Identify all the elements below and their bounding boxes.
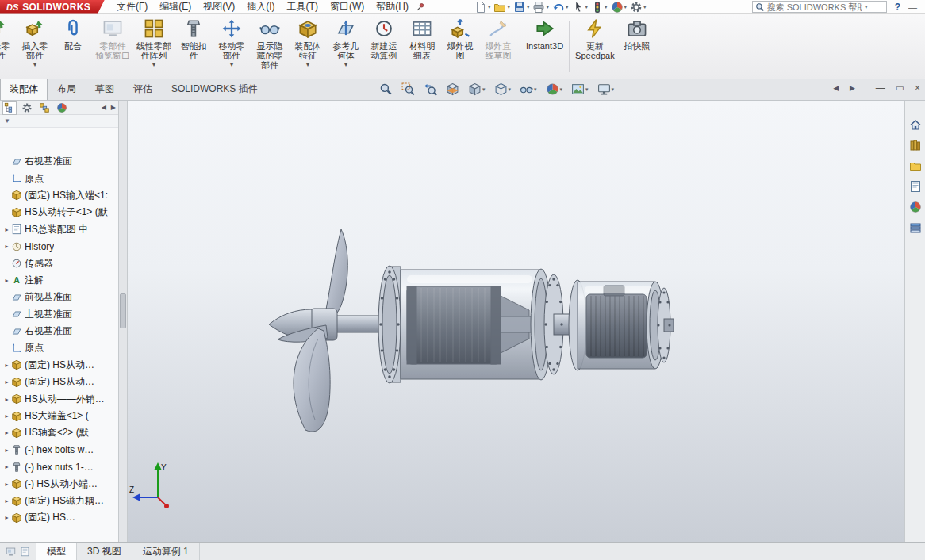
tree-item[interactable]: 传感器 (0, 255, 118, 271)
display-pane-expand-icon[interactable]: ▼ (4, 117, 10, 125)
tree-item[interactable]: ▸(-) HS从动小端… (0, 475, 118, 492)
expand-arrow-icon[interactable]: ▸ (2, 243, 11, 250)
close-window-icon[interactable]: × (915, 82, 920, 94)
display-style-icon[interactable]: ▾ (494, 82, 512, 96)
tree-item[interactable]: ▸(固定) HS… (0, 509, 118, 526)
previous-window-icon[interactable]: ◀ (833, 84, 839, 92)
tree-item[interactable]: (固定) HS输入端<1: (0, 187, 118, 204)
menubar-item[interactable]: 工具(T) (282, 0, 324, 14)
tree-item[interactable]: ▸(-) hex nuts 1-… (0, 458, 118, 475)
tree-item[interactable]: ▸注解 (0, 272, 118, 289)
print-icon[interactable]: ▾ (532, 1, 549, 13)
update-speedpak-button[interactable]: 更新 Speedpak (572, 14, 618, 79)
command-tab[interactable]: 评估 (124, 79, 162, 100)
app-minimize-icon[interactable]: — (908, 2, 925, 12)
insert-components-button[interactable]: 插入零 部件▾ (16, 14, 54, 79)
expand-arrow-icon[interactable]: ▸ (2, 226, 11, 233)
menubar-item[interactable]: 窗口(W) (324, 0, 370, 14)
appearances-scenes-icon[interactable] (909, 201, 922, 213)
configurationmanager-tab[interactable] (37, 101, 52, 115)
document-tab[interactable]: 模型 (36, 543, 77, 560)
view-palette-icon[interactable] (909, 180, 922, 193)
linear-component-pattern-button[interactable]: 线性零部 件阵列▾ (133, 14, 175, 79)
restore-window-icon[interactable]: ▭ (896, 82, 904, 94)
edit-appearance-icon[interactable]: ▾ (611, 1, 628, 13)
view-orientation-icon[interactable]: ▾ (468, 82, 486, 96)
next-window-icon[interactable]: ▶ (850, 84, 855, 92)
bill-of-materials-button[interactable]: 材料明 细表 (403, 14, 441, 79)
custom-properties-icon[interactable] (909, 221, 922, 234)
new-window-icon[interactable] (20, 547, 30, 557)
tree-item[interactable]: ▸History (0, 238, 118, 255)
tree-item[interactable]: ▸HS总装配图 中 (0, 221, 118, 238)
menubar-item[interactable]: 编辑(E) (154, 0, 197, 14)
tree-item[interactable]: ▸HS轴套<2> (默 (0, 424, 118, 441)
dropdown-arrow-icon[interactable]: ▾ (230, 61, 233, 68)
document-tab[interactable]: 运动算例 1 (132, 543, 200, 560)
dropdown-arrow-icon[interactable]: ▾ (306, 61, 309, 68)
hide-show-items-icon[interactable]: ▾ (520, 82, 537, 96)
expand-arrow-icon[interactable]: ▸ (2, 378, 11, 385)
take-snapshot-button[interactable]: 拍快照 (618, 14, 656, 79)
mate-button[interactable]: 配合 (54, 14, 92, 79)
menubar-item[interactable]: 文件(F) (111, 0, 153, 14)
rebuild-icon[interactable]: ▾ (591, 1, 608, 13)
expand-arrow-icon[interactable]: ▸ (2, 429, 11, 436)
split-window-icon[interactable] (6, 547, 16, 557)
zoom-to-area-icon[interactable] (401, 82, 415, 96)
undo-icon[interactable]: ▾ (552, 1, 569, 13)
options-gear-icon[interactable]: ▾ (630, 1, 647, 13)
view-settings-icon[interactable]: ▾ (597, 82, 615, 96)
tree-item[interactable]: 前视基准面 (0, 289, 118, 305)
tree-item[interactable]: 右视基准面 (0, 323, 118, 339)
command-tab[interactable]: 草图 (86, 79, 124, 100)
document-tab[interactable]: 3D 视图 (77, 543, 132, 560)
menubar-item[interactable]: 视图(V) (198, 0, 240, 14)
zoom-to-fit-icon[interactable] (379, 82, 393, 96)
expand-arrow-icon[interactable]: ▸ (2, 447, 11, 454)
graphics-viewport[interactable]: Y Z (128, 101, 904, 542)
file-explorer-icon[interactable] (909, 159, 922, 172)
tree-scrollbar[interactable] (119, 101, 128, 542)
show-hidden-components-button[interactable]: 显示隐 藏的零 部件 (251, 14, 289, 79)
assembly-features-button[interactable]: 装配体 特征▾ (289, 14, 327, 79)
edit-component-button[interactable]: 编辑零 部件▾ (0, 14, 16, 79)
displaymanager-tab[interactable] (55, 101, 69, 115)
smart-fasteners-button[interactable]: 智能扣 件 (175, 14, 213, 79)
tree-item[interactable]: HS从动转子<1> (默 (0, 204, 118, 221)
new-document-icon[interactable]: ▾ (474, 1, 491, 13)
expand-arrow-icon[interactable]: ▸ (2, 481, 11, 488)
dropdown-arrow-icon[interactable]: ▾ (344, 61, 347, 68)
command-tab[interactable]: SOLIDWORKS 插件 (162, 79, 267, 100)
command-tab[interactable]: 装配体 (0, 79, 48, 100)
edit-appearance-icon[interactable]: ▾ (546, 82, 563, 96)
menubar-item[interactable]: 帮助(H) (370, 0, 414, 14)
featuremanager-tree-tab[interactable] (2, 101, 17, 115)
collapse-panel-icon[interactable]: ◀ (102, 104, 106, 111)
expand-arrow-icon[interactable]: ▸ (2, 277, 11, 284)
tree-item[interactable]: ▸HS从动——外销… (0, 390, 118, 407)
search-input[interactable] (767, 2, 862, 12)
expand-arrow-icon[interactable]: ▸ (2, 396, 11, 403)
previous-view-icon[interactable] (424, 82, 437, 96)
expand-arrow-icon[interactable]: ▸ (2, 362, 11, 369)
select-icon[interactable]: ▾ (572, 1, 589, 13)
help-button[interactable]: ? (887, 2, 908, 13)
expand-arrow-icon[interactable]: ▸ (2, 514, 11, 521)
tree-item[interactable]: ▸(固定) HS从动… (0, 374, 118, 390)
solidworks-resources-icon[interactable] (909, 118, 922, 131)
section-view-icon[interactable] (446, 82, 459, 96)
tree-scrollbar-thumb[interactable] (120, 293, 126, 328)
instant3d-button[interactable]: Instant3D (523, 14, 566, 79)
move-component-button[interactable]: 移动零 部件▾ (213, 14, 251, 79)
apply-scene-icon[interactable]: ▾ (571, 82, 589, 96)
tree-item[interactable]: 原点 (0, 339, 118, 356)
tree-item[interactable]: 右视基准面 (0, 153, 118, 170)
tree-item[interactable]: ▸HS大端盖<1> ( (0, 408, 118, 424)
exploded-view-button[interactable]: 爆炸视 图 (441, 14, 479, 79)
expand-panel-icon[interactable]: ▶ (111, 104, 116, 111)
expand-arrow-icon[interactable]: ▸ (2, 412, 11, 420)
dropdown-arrow-icon[interactable]: ▾ (152, 61, 155, 68)
command-tab[interactable]: 布局 (48, 79, 86, 100)
pin-menubar-icon[interactable] (416, 2, 425, 12)
